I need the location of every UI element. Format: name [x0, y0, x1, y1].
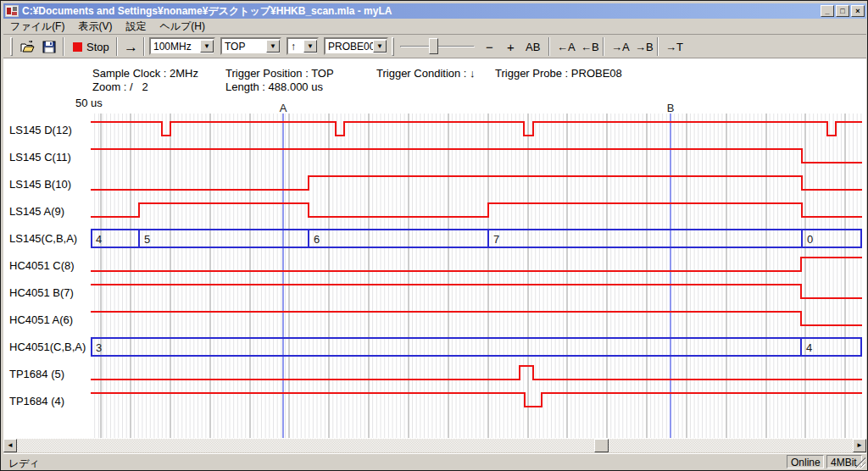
channel-label: LS145 A(9) [9, 205, 64, 218]
chevron-down-icon[interactable]: ▼ [200, 40, 214, 53]
toolbar-separator [603, 37, 604, 56]
trigger-edge-value: ↑ [288, 41, 303, 53]
sample-clock-value: 100MHz [151, 41, 200, 53]
save-button[interactable] [39, 37, 60, 57]
probe-value: PROBE00 [326, 41, 373, 53]
zoom-info: Zoom : / 2 [92, 80, 148, 93]
window-title: C:¥Documents and Settings¥noname¥デスクトップ¥… [22, 4, 817, 19]
bus-value: 3 [96, 341, 102, 354]
chevron-down-icon[interactable]: ▼ [303, 40, 317, 53]
stop-label: Stop [86, 41, 109, 53]
channel-label: LS145 C(11) [9, 151, 71, 163]
set-marker-a-button[interactable]: →A [608, 37, 633, 57]
toolbar-grip[interactable] [10, 37, 13, 56]
menu-settings[interactable]: 設定 [119, 19, 153, 35]
slider-thumb[interactable] [429, 38, 438, 54]
channel-label: HC4051 C(8) [9, 259, 75, 272]
goto-trigger-button[interactable]: →T [662, 37, 687, 57]
app-icon [5, 5, 19, 17]
toolbar: Stop → 100MHz ▼ TOP ▼ ↑ ▼ PROBE00 ▼ − + … [3, 34, 866, 58]
toolbar-separator [116, 37, 118, 56]
channel-label: LS145 B(10) [9, 178, 71, 191]
waveform-svg: AB4567034 [91, 103, 862, 438]
zoom-in-button[interactable]: + [504, 37, 518, 57]
bus-value: 6 [314, 233, 320, 246]
chevron-down-icon[interactable]: ▼ [266, 40, 280, 53]
maximize-button[interactable]: □ [836, 5, 849, 17]
zoom-out-button[interactable]: − [482, 37, 497, 57]
trigger-position-value: TOP [222, 41, 266, 53]
channel-label: HC4051 A(6) [9, 313, 73, 326]
close-button[interactable]: × [851, 5, 865, 17]
menu-help[interactable]: ヘルプ(H) [153, 19, 212, 35]
app-window: C:¥Documents and Settings¥noname¥デスクトップ¥… [0, 0, 868, 471]
stop-square-icon [73, 42, 82, 52]
run-button[interactable]: → [120, 37, 142, 57]
channel-label: TP1684 (5) [9, 368, 64, 380]
marker-b-label: B [667, 103, 675, 114]
bus-value: 0 [807, 233, 813, 246]
channel-label: TP1684 (4) [9, 395, 64, 407]
scroll-right-button[interactable]: ► [853, 439, 866, 452]
stop-button[interactable]: Stop [70, 37, 113, 57]
probe-combobox[interactable]: PROBE00 ▼ [324, 37, 388, 55]
save-floppy-icon [42, 41, 57, 53]
scrollbar-thumb[interactable] [594, 439, 609, 452]
statusbar: レディ Online 4MBit [3, 453, 866, 469]
scroll-left-button[interactable]: ◄ [3, 439, 17, 452]
ab-range-button[interactable]: AB [522, 37, 543, 57]
trigger-probe-info: Trigger Probe : PROBE08 [495, 67, 622, 80]
toolbar-separator [63, 37, 64, 56]
bus-value: 7 [493, 233, 499, 246]
toolbar-separator [143, 37, 145, 56]
trigger-condition-info: Trigger Condition : ↓ [376, 67, 476, 80]
toolbar-separator [657, 37, 659, 56]
set-marker-b-button[interactable]: →B [632, 37, 657, 57]
trigger-position-info: Trigger Position : TOP [225, 67, 334, 80]
menu-file[interactable]: ファイル(F) [3, 19, 71, 35]
trigger-edge-combobox[interactable]: ↑ ▼ [287, 37, 319, 55]
toolbar-separator [548, 37, 550, 56]
channel-label: LS145(C,B,A) [9, 232, 77, 245]
bus-value: 4 [806, 341, 812, 354]
horizontal-scrollbar[interactable]: ◄ ► [3, 439, 866, 452]
bus-value: 5 [144, 233, 150, 246]
resize-grip[interactable] [855, 457, 865, 468]
menubar: ファイル(F) 表示(V) 設定 ヘルプ(H) [3, 19, 866, 34]
channel-label: LS145 D(12) [9, 124, 72, 136]
status-online-badge: Online [787, 455, 824, 468]
goto-marker-a-button[interactable]: ←A [554, 37, 579, 57]
channel-label: HC4051 B(7) [9, 286, 74, 299]
toolbar-grip[interactable] [392, 37, 394, 56]
open-file-button[interactable] [17, 37, 38, 57]
trigger-position-combobox[interactable]: TOP ▼ [220, 37, 281, 55]
titlebar[interactable]: C:¥Documents and Settings¥noname¥デスクトップ¥… [3, 3, 866, 19]
sample-clock-info: Sample Clock : 2MHz [92, 67, 198, 80]
bus-value: 4 [96, 233, 102, 246]
status-ready-text: レディ [8, 457, 40, 471]
goto-marker-b-button[interactable]: ←B [577, 37, 603, 57]
zoom-slider[interactable] [398, 37, 476, 55]
sample-clock-combobox[interactable]: 100MHz ▼ [149, 37, 215, 55]
open-folder-icon [20, 41, 35, 53]
chevron-down-icon[interactable]: ▼ [373, 40, 387, 53]
waveform-panel: Sample Clock : 2MHz Trigger Position : T… [3, 58, 866, 439]
marker-a-label: A [280, 103, 287, 114]
menu-view[interactable]: 表示(V) [71, 19, 119, 35]
length-info: Length : 488.000 us [225, 80, 323, 93]
minimize-button[interactable]: _ [821, 5, 834, 17]
channel-label: HC4051(C,B,A) [9, 341, 86, 353]
